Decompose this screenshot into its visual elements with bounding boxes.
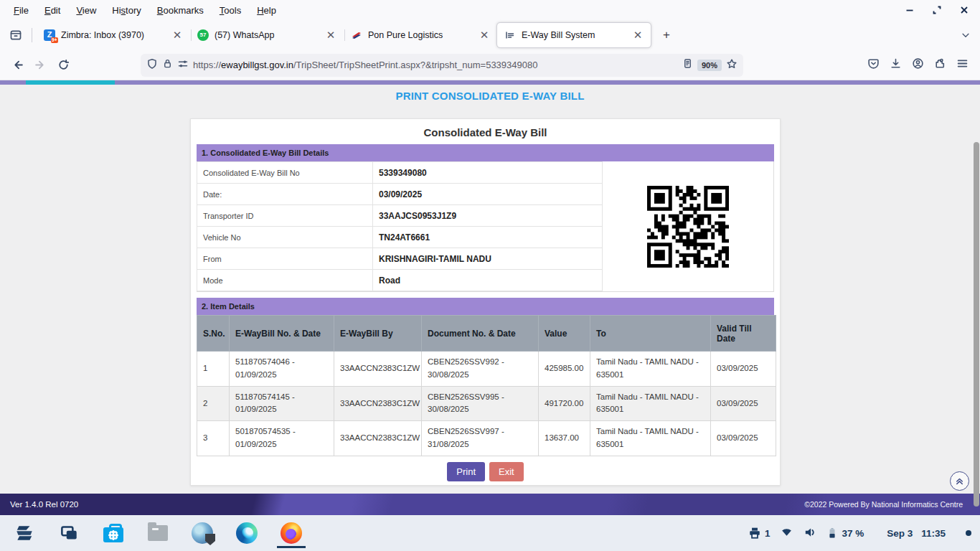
edge-icon [236,522,258,544]
tab-close-icon[interactable]: ✕ [170,28,184,42]
menu-file[interactable]: File [7,3,35,18]
tab-pon-pure[interactable]: Pon Pure Logistics ✕ [344,23,497,47]
downloads-icon[interactable] [890,57,902,72]
url-text[interactable]: https://ewaybillgst.gov.in/TripSheet/Tri… [193,60,678,70]
action-buttons: Print Exit [191,462,780,481]
battery-percent: 37 % [842,528,864,539]
whatsapp-favicon-icon: 57 [197,29,209,41]
close-icon[interactable] [960,6,969,14]
url-bar[interactable]: https://ewaybillgst.gov.in/TripSheet/Tri… [141,54,743,77]
tab-whatsapp[interactable]: 57 (57) WhatsApp ✕ [190,23,344,47]
navigation-toolbar: https://ewaybillgst.gov.in/TripSheet/Tri… [0,50,980,80]
menu-tools[interactable]: Tools [213,3,248,18]
volume-icon[interactable] [804,526,816,541]
items-table: S.No. E-WayBill No. & Date E-WayBill By … [197,315,776,456]
file-manager-button[interactable] [142,517,174,549]
exit-button[interactable]: Exit [489,462,524,481]
eway-favicon-icon [504,29,516,41]
page-title: PRINT CONSOLIDATED E-WAY BILL [0,90,980,102]
site-footer: Ver 1.4.0 Rel 0720 ©2022 Powered By Nati… [0,494,980,515]
clock[interactable]: Sep 3 11:35 [887,528,946,539]
reader-mode-icon[interactable] [682,58,693,72]
taskbar: 1 37 % Sep 3 11:35 [0,515,980,551]
menu-edit[interactable]: Edit [38,3,67,18]
printer-count: 1 [765,528,771,539]
lock-icon[interactable] [162,58,173,72]
window-switcher-button[interactable] [53,517,85,549]
items-row-1: 1511870574046 - 01/09/202533AACCN2383C1Z… [197,352,776,387]
menu-view[interactable]: View [70,3,103,18]
pon-pure-favicon-icon [351,29,362,41]
menu-hamburger-icon[interactable] [956,57,969,72]
date-label: Sep 3 [887,528,913,539]
window-controls [905,6,973,14]
file-manager-icon [148,525,168,541]
bookmark-star-icon[interactable] [726,58,738,72]
print-button[interactable]: Print [447,462,485,481]
page-content: PRINT CONSOLIDATED E-WAY BILL Consolidat… [0,85,980,494]
scrollbar[interactable] [973,80,980,515]
new-tab-button[interactable]: + [656,25,677,45]
items-header-row: S.No. E-WayBill No. & Date E-WayBill By … [197,316,776,352]
tab-eway-bill-active[interactable]: E-Way Bill System ✕ [497,23,651,47]
table-row: ModeRoad [197,270,603,291]
version-text: Ver 1.4.0 Rel 0720 [10,500,78,509]
globe-shield-icon [192,522,213,544]
qr-code-area [603,161,773,291]
tab-close-icon[interactable]: ✕ [477,28,491,42]
zimbra-favicon-icon: Z9+ [44,29,55,41]
zoom-level-badge[interactable]: 90% [697,60,722,71]
wifi-icon[interactable] [780,526,793,540]
table-row: Consolidated E-Way Bill No5339349080 [197,162,603,184]
firefox-view-button[interactable] [4,24,27,46]
section-1-header: 1. Consolidated E-Way Bill Details [197,144,774,161]
menu-items: FileEditViewHistoryBookmarksToolsHelp [7,3,283,18]
table-row: Vehicle NoTN24AT6661 [197,227,603,248]
tab-bar: Z9+ Zimbra: Inbox (3970) ✕ 57 (57) Whats… [0,20,980,50]
secure-browser-button[interactable] [187,517,218,549]
scroll-to-top-button[interactable] [950,471,969,491]
browser-viewport: PRINT CONSOLIDATED E-WAY BILL Consolidat… [0,80,980,515]
firefox-button[interactable] [275,517,307,549]
extensions-icon[interactable] [934,57,946,72]
zorin-menu-button[interactable] [9,517,40,549]
menu-help[interactable]: Help [250,3,283,18]
tab-zimbra[interactable]: Z9+ Zimbra: Inbox (3970) ✕ [37,23,190,47]
back-icon[interactable] [6,54,29,77]
battery-tray-item[interactable]: 37 % [826,527,864,540]
permissions-icon[interactable] [177,58,189,72]
notification-dot-icon[interactable] [966,530,971,536]
printer-tray-item[interactable]: 1 [748,527,771,540]
menu-bookmarks[interactable]: Bookmarks [151,3,210,18]
firefox-icon [281,522,302,544]
menu-history[interactable]: History [105,3,147,18]
forward-icon[interactable] [29,54,52,77]
edge-button[interactable] [231,517,263,549]
toolbar-right-icons [867,57,974,72]
list-all-tabs-icon[interactable] [956,30,976,40]
tab-close-icon[interactable]: ✕ [324,28,338,42]
software-store-button[interactable] [98,517,129,549]
restore-icon[interactable] [933,6,941,14]
section-2-header: 2. Item Details [197,298,774,315]
card-title: Consolidated E-Way Bill [191,126,780,138]
items-row-3: 3501870574535 - 01/09/202533AACCN2383C1Z… [197,421,776,456]
scrollbar-thumb[interactable] [974,142,979,507]
account-icon[interactable] [912,57,924,72]
time-label: 11:35 [921,528,946,539]
minimize-icon[interactable] [905,6,914,14]
tracking-shield-icon[interactable] [146,58,158,72]
items-row-2: 2511870574145 - 01/09/202533AACCN2383C1Z… [197,386,776,421]
tab-separator [32,28,32,42]
pocket-icon[interactable] [867,57,880,72]
menu-bar: FileEditViewHistoryBookmarksToolsHelp [0,0,980,20]
table-row: FromKRISHNAGIRI-TAMIL NADU [197,248,603,270]
copyright-text: ©2022 Powered By National Informatics Ce… [804,500,963,509]
system-tray: 1 37 % Sep 3 11:35 [748,526,971,541]
table-row: Transporter ID33AAJCS0953J1Z9 [197,205,603,227]
eway-bill-card: Consolidated E-Way Bill 1. Consolidated … [190,118,781,486]
tab-close-icon[interactable]: ✕ [631,28,645,42]
reload-icon[interactable] [52,54,75,77]
table-row: Date:03/09/2025 [197,184,603,205]
qr-code [647,186,729,268]
